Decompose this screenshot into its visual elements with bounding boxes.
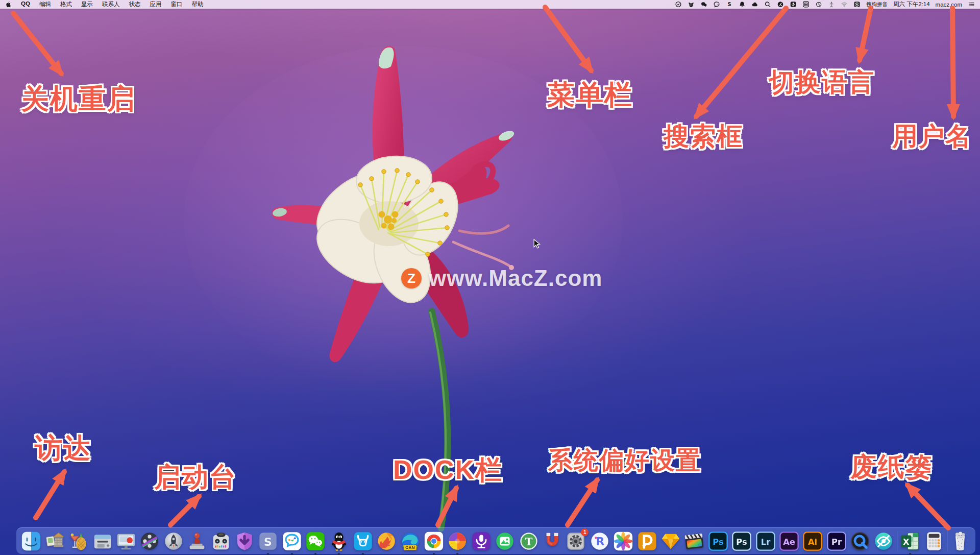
wifi-icon[interactable]: [841, 1, 848, 8]
trash-icon: [949, 530, 971, 552]
time-machine-icon[interactable]: [815, 1, 822, 8]
menubar-item-7[interactable]: 窗口: [170, 1, 182, 8]
dock-item-image-green[interactable]: [494, 530, 516, 552]
menubar-item-0[interactable]: QQ: [21, 1, 30, 8]
dock-item-excel[interactable]: X: [899, 530, 921, 552]
dock-item-principle[interactable]: [636, 530, 658, 552]
dock-item-wishing-well[interactable]: [44, 530, 66, 552]
pinwheel-browser-icon: [447, 530, 468, 552]
arrow-shutdown-restart: [13, 13, 61, 74]
cloud-icon[interactable]: [751, 1, 758, 8]
user-menu[interactable]: macz.com: [936, 2, 962, 8]
dock-item-hidden-eye[interactable]: [873, 530, 894, 552]
dock-item-quicktime[interactable]: [849, 530, 871, 552]
dock-item-system-preferences[interactable]: 1: [565, 530, 586, 552]
dock-item-qq[interactable]: [328, 530, 350, 552]
arrow-search-box: [696, 8, 786, 116]
dock-item-launchpad[interactable]: [163, 530, 184, 552]
task-check-icon[interactable]: [675, 1, 682, 8]
dock-item-lightroom[interactable]: Lr: [755, 530, 776, 552]
disk-machine-icon: [92, 530, 113, 552]
dock-item-tiki-drink[interactable]: [68, 530, 89, 552]
annotation-launchpad: 启动台: [154, 464, 237, 490]
photoshop-icon: Ps: [707, 530, 729, 552]
dock-item-voice-mic[interactable]: [471, 530, 492, 552]
dock[interactable]: SCANT1RPsPsLrAeAiPrX: [16, 527, 975, 554]
downie-icon: [234, 530, 255, 552]
menubar-item-5[interactable]: 状态: [129, 1, 140, 8]
annotation-shutdown-restart: 关机重启: [21, 85, 136, 112]
menubar-item-3[interactable]: 显示: [81, 1, 93, 8]
dock-item-firefox[interactable]: [376, 530, 397, 552]
dock-item-after-effects[interactable]: Ae: [778, 530, 800, 552]
menu-bar-left: QQ编辑格式显示联系人状态应用窗口帮助: [5, 0, 203, 9]
bull-icon[interactable]: [688, 1, 695, 8]
menubar-item-8[interactable]: 帮助: [191, 1, 203, 8]
input-method-label[interactable]: 搜狗拼音: [866, 1, 888, 8]
menubar-item-1[interactable]: 编辑: [39, 1, 51, 8]
search-icon[interactable]: [764, 1, 771, 8]
dock-item-typora[interactable]: T: [518, 530, 540, 552]
firefox-icon: [376, 530, 397, 552]
annotation-search-box: 搜索框: [664, 124, 743, 149]
menu-bar-items: QQ编辑格式显示联系人状态应用窗口帮助: [21, 1, 203, 8]
watermark-text: www.MacZ.com: [429, 266, 602, 291]
screen-recorder-icon: [115, 530, 137, 552]
stamp-icon: [186, 530, 208, 552]
menubar-item-6[interactable]: 应用: [150, 1, 161, 8]
dock-item-magnet[interactable]: [542, 530, 563, 552]
dock-item-calculator[interactable]: [923, 530, 945, 552]
qq-icon: [328, 530, 350, 552]
svg-text:Ai: Ai: [808, 537, 817, 547]
dock-item-final-cut-pro[interactable]: [683, 530, 705, 552]
dock-item-disk-machine[interactable]: [92, 530, 113, 552]
dock-item-bull-app[interactable]: [352, 530, 374, 552]
apple-menu[interactable]: [5, 1, 12, 8]
dock-item-downie[interactable]: [234, 530, 255, 552]
letter-s-icon[interactable]: S: [726, 1, 733, 8]
menubar-item-2[interactable]: 格式: [60, 1, 72, 8]
dock-item-photoshop-alt[interactable]: Ps: [731, 530, 752, 552]
running-indicator: [456, 553, 458, 555]
running-indicator: [314, 553, 316, 555]
dock-item-photos[interactable]: [612, 530, 634, 552]
letter-s-app-icon: S: [257, 530, 279, 552]
chat-bubble-icon[interactable]: [713, 1, 720, 8]
dock-item-illustrator[interactable]: Ai: [802, 530, 823, 552]
list-menu-icon[interactable]: [968, 1, 975, 8]
dock-item-letter-s-app[interactable]: S: [257, 530, 279, 552]
accessibility-icon[interactable]: [828, 1, 835, 8]
dock-item-chat-network[interactable]: [281, 530, 303, 552]
dock-item-stamp[interactable]: [186, 530, 208, 552]
bell-icon[interactable]: [739, 1, 746, 8]
dock-item-chrome[interactable]: [423, 530, 445, 552]
dock-item-screen-recorder[interactable]: [115, 530, 137, 552]
dock-item-trash[interactable]: [949, 530, 971, 552]
sketch-icon: [660, 530, 681, 552]
circle-slash-icon[interactable]: [777, 1, 784, 8]
status-icon-tray: S: [675, 1, 848, 8]
cjk-input-icon[interactable]: [802, 1, 810, 8]
svg-text:S: S: [264, 535, 272, 548]
chat-network-icon: [281, 530, 303, 552]
svg-text:Ps: Ps: [713, 537, 723, 547]
sogou-input-icon[interactable]: [853, 1, 861, 8]
menu-bar-clock[interactable]: 周六 下午2:14: [893, 1, 930, 8]
dock-item-photoshop[interactable]: Ps: [707, 530, 729, 552]
arrow-system-preferences: [568, 480, 597, 525]
right-mouse-icon: R: [589, 530, 610, 552]
dock-item-wechat[interactable]: [305, 530, 326, 552]
dock-item-sketch[interactable]: [660, 530, 681, 552]
dock-item-audio-robot[interactable]: [210, 530, 232, 552]
dock-item-pinwheel-browser[interactable]: [447, 530, 468, 552]
tiki-drink-icon: [68, 530, 89, 552]
dock-item-premiere-pro[interactable]: Pr: [826, 530, 847, 552]
wechat-icon[interactable]: [700, 1, 707, 8]
dock-item-finder[interactable]: [20, 530, 42, 552]
dock-item-right-mouse[interactable]: R: [589, 530, 610, 552]
menubar-item-4[interactable]: 联系人: [102, 1, 120, 8]
dock-item-film-reel[interactable]: [139, 530, 160, 552]
mic-badge-icon[interactable]: [790, 1, 797, 8]
dock-item-edge-canary[interactable]: CAN: [400, 530, 421, 552]
hidden-eye-icon: [873, 530, 894, 552]
